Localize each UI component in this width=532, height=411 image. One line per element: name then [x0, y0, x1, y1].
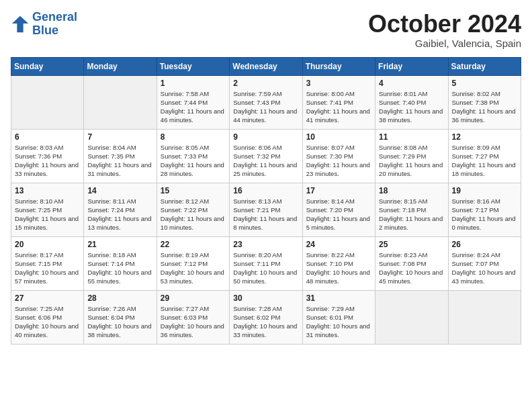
day-info: Sunrise: 8:24 AM Sunset: 7:07 PM Dayligh… [452, 250, 517, 286]
calendar-cell: 22Sunrise: 8:19 AM Sunset: 7:12 PM Dayli… [157, 236, 229, 290]
day-number: 15 [161, 186, 226, 195]
calendar-cell: 7Sunrise: 8:04 AM Sunset: 7:35 PM Daylig… [84, 129, 157, 183]
day-number: 18 [379, 186, 444, 195]
calendar-cell: 31Sunrise: 7:29 AM Sunset: 6:01 PM Dayli… [302, 290, 375, 344]
calendar-cell: 12Sunrise: 8:09 AM Sunset: 7:27 PM Dayli… [448, 129, 521, 183]
month-title: October 2024 [368, 11, 521, 38]
day-info: Sunrise: 8:18 AM Sunset: 7:14 PM Dayligh… [87, 250, 152, 286]
calendar-cell: 10Sunrise: 8:07 AM Sunset: 7:30 PM Dayli… [302, 129, 375, 183]
day-info: Sunrise: 8:02 AM Sunset: 7:38 PM Dayligh… [452, 89, 517, 125]
weekday-header-tuesday: Tuesday [157, 57, 229, 75]
day-number: 14 [87, 186, 152, 195]
day-number: 16 [233, 186, 298, 195]
day-number: 19 [452, 186, 517, 195]
day-info: Sunrise: 7:26 AM Sunset: 6:04 PM Dayligh… [87, 304, 152, 340]
day-info: Sunrise: 8:20 AM Sunset: 7:11 PM Dayligh… [233, 250, 298, 286]
calendar-header: SundayMondayTuesdayWednesdayThursdayFrid… [11, 57, 521, 75]
day-number: 10 [306, 132, 371, 142]
calendar-cell [11, 75, 84, 129]
day-number: 2 [233, 79, 298, 88]
calendar-cell: 24Sunrise: 8:22 AM Sunset: 7:10 PM Dayli… [302, 236, 375, 290]
day-number: 12 [452, 132, 517, 142]
day-info: Sunrise: 7:59 AM Sunset: 7:43 PM Dayligh… [233, 89, 298, 125]
calendar-cell: 17Sunrise: 8:14 AM Sunset: 7:20 PM Dayli… [302, 183, 375, 236]
calendar-cell: 23Sunrise: 8:20 AM Sunset: 7:11 PM Dayli… [230, 236, 302, 290]
day-info: Sunrise: 8:23 AM Sunset: 7:08 PM Dayligh… [379, 250, 444, 286]
day-number: 22 [161, 240, 226, 249]
day-info: Sunrise: 8:11 AM Sunset: 7:24 PM Dayligh… [87, 197, 152, 232]
calendar-cell: 3Sunrise: 8:00 AM Sunset: 7:41 PM Daylig… [302, 75, 375, 129]
day-info: Sunrise: 8:16 AM Sunset: 7:17 PM Dayligh… [452, 197, 517, 232]
day-info: Sunrise: 8:13 AM Sunset: 7:21 PM Dayligh… [233, 197, 298, 232]
logo-text: General Blue [32, 11, 77, 38]
calendar-cell: 27Sunrise: 7:25 AM Sunset: 6:06 PM Dayli… [11, 290, 84, 344]
day-info: Sunrise: 8:05 AM Sunset: 7:33 PM Dayligh… [161, 143, 226, 179]
calendar-cell [84, 75, 157, 129]
calendar-cell: 9Sunrise: 8:06 AM Sunset: 7:32 PM Daylig… [230, 129, 302, 183]
day-number: 27 [15, 293, 80, 303]
weekday-header-saturday: Saturday [448, 57, 521, 75]
day-info: Sunrise: 7:25 AM Sunset: 6:06 PM Dayligh… [15, 304, 80, 340]
weekday-header-friday: Friday [375, 57, 448, 75]
calendar-cell: 29Sunrise: 7:27 AM Sunset: 6:03 PM Dayli… [157, 290, 229, 344]
logo-icon [11, 15, 30, 34]
calendar-cell: 11Sunrise: 8:08 AM Sunset: 7:29 PM Dayli… [375, 129, 448, 183]
weekday-header-wednesday: Wednesday [230, 57, 302, 75]
svg-marker-0 [12, 16, 28, 32]
calendar-cell: 16Sunrise: 8:13 AM Sunset: 7:21 PM Dayli… [230, 183, 302, 236]
day-info: Sunrise: 8:14 AM Sunset: 7:20 PM Dayligh… [306, 197, 371, 232]
day-info: Sunrise: 7:29 AM Sunset: 6:01 PM Dayligh… [306, 304, 371, 340]
calendar-cell: 1Sunrise: 7:58 AM Sunset: 7:44 PM Daylig… [157, 75, 229, 129]
weekday-header-monday: Monday [84, 57, 157, 75]
calendar-cell: 20Sunrise: 8:17 AM Sunset: 7:15 PM Dayli… [11, 236, 84, 290]
calendar-cell: 26Sunrise: 8:24 AM Sunset: 7:07 PM Dayli… [448, 236, 521, 290]
day-number: 28 [87, 293, 152, 303]
day-info: Sunrise: 8:15 AM Sunset: 7:18 PM Dayligh… [379, 197, 444, 232]
day-info: Sunrise: 8:06 AM Sunset: 7:32 PM Dayligh… [233, 143, 298, 179]
calendar-cell: 14Sunrise: 8:11 AM Sunset: 7:24 PM Dayli… [84, 183, 157, 236]
day-info: Sunrise: 8:17 AM Sunset: 7:15 PM Dayligh… [15, 250, 80, 286]
day-number: 17 [306, 186, 371, 195]
calendar-cell: 18Sunrise: 8:15 AM Sunset: 7:18 PM Dayli… [375, 183, 448, 236]
day-number: 23 [233, 240, 298, 249]
calendar-cell [448, 290, 521, 344]
day-number: 30 [233, 293, 298, 303]
weekday-header-sunday: Sunday [11, 57, 84, 75]
calendar-cell: 5Sunrise: 8:02 AM Sunset: 7:38 PM Daylig… [448, 75, 521, 129]
day-info: Sunrise: 8:07 AM Sunset: 7:30 PM Dayligh… [306, 143, 371, 179]
day-info: Sunrise: 7:27 AM Sunset: 6:03 PM Dayligh… [161, 304, 226, 340]
day-info: Sunrise: 8:04 AM Sunset: 7:35 PM Dayligh… [87, 143, 152, 179]
calendar-cell [375, 290, 448, 344]
day-number: 20 [15, 240, 80, 249]
day-number: 21 [87, 240, 152, 249]
day-info: Sunrise: 8:01 AM Sunset: 7:40 PM Dayligh… [379, 89, 444, 125]
calendar-week-3: 13Sunrise: 8:10 AM Sunset: 7:25 PM Dayli… [11, 183, 521, 236]
weekday-header-thursday: Thursday [302, 57, 375, 75]
logo: General Blue [11, 11, 77, 38]
day-info: Sunrise: 8:09 AM Sunset: 7:27 PM Dayligh… [452, 143, 517, 179]
day-info: Sunrise: 8:03 AM Sunset: 7:36 PM Dayligh… [15, 143, 80, 179]
calendar-table: SundayMondayTuesdayWednesdayThursdayFrid… [11, 57, 521, 345]
day-number: 9 [233, 132, 298, 142]
weekday-row: SundayMondayTuesdayWednesdayThursdayFrid… [11, 57, 521, 75]
calendar-cell: 19Sunrise: 8:16 AM Sunset: 7:17 PM Dayli… [448, 183, 521, 236]
logo-line2: Blue [32, 24, 58, 37]
calendar-cell: 30Sunrise: 7:28 AM Sunset: 6:02 PM Dayli… [230, 290, 302, 344]
day-number: 13 [15, 186, 80, 195]
calendar-cell: 25Sunrise: 8:23 AM Sunset: 7:08 PM Dayli… [375, 236, 448, 290]
location-subtitle: Gaibiel, Valencia, Spain [368, 38, 521, 49]
calendar-cell: 13Sunrise: 8:10 AM Sunset: 7:25 PM Dayli… [11, 183, 84, 236]
day-number: 25 [379, 240, 444, 249]
calendar-cell: 2Sunrise: 7:59 AM Sunset: 7:43 PM Daylig… [230, 75, 302, 129]
calendar-week-1: 1Sunrise: 7:58 AM Sunset: 7:44 PM Daylig… [11, 75, 521, 129]
day-number: 31 [306, 293, 371, 303]
day-number: 7 [87, 132, 152, 142]
calendar-cell: 15Sunrise: 8:12 AM Sunset: 7:22 PM Dayli… [157, 183, 229, 236]
day-info: Sunrise: 8:00 AM Sunset: 7:41 PM Dayligh… [306, 89, 371, 125]
day-number: 6 [15, 132, 80, 142]
day-info: Sunrise: 8:19 AM Sunset: 7:12 PM Dayligh… [161, 250, 226, 286]
day-info: Sunrise: 8:22 AM Sunset: 7:10 PM Dayligh… [306, 250, 371, 286]
day-number: 11 [379, 132, 444, 142]
day-number: 3 [306, 79, 371, 88]
calendar-week-2: 6Sunrise: 8:03 AM Sunset: 7:36 PM Daylig… [11, 129, 521, 183]
